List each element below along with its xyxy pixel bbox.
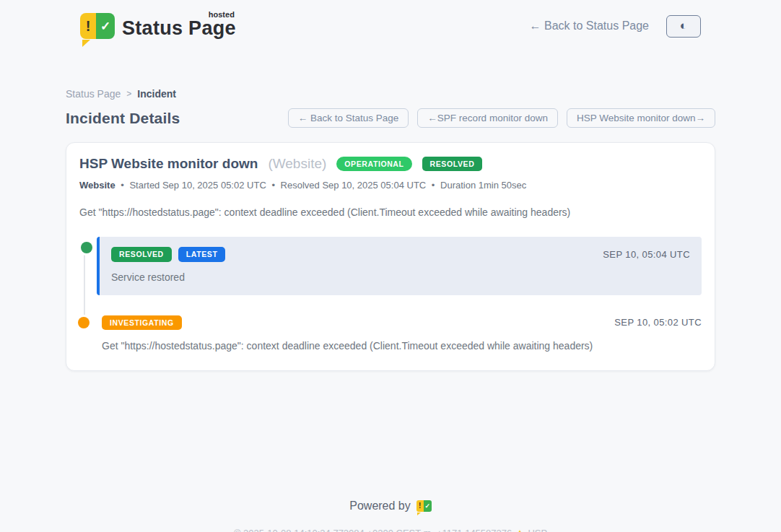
- breadcrumb-status-page[interactable]: Status Page: [66, 88, 121, 100]
- timeline-connector: [84, 248, 85, 318]
- timeline-resolved-badge: RESOLVED: [111, 247, 172, 262]
- check-icon: ✓: [96, 13, 115, 39]
- brand-logo[interactable]: ! ✓ Status Page hosted: [80, 12, 236, 40]
- back-to-status-page-button[interactable]: ← Back to Status Page: [288, 108, 409, 128]
- copyright-text: © 2025-10-08 14:10:34.772084 +0200 CEST …: [234, 528, 512, 532]
- orange-dot-icon: [78, 317, 90, 328]
- check-icon: ✓: [424, 500, 432, 512]
- header-back-link[interactable]: ← Back to Status Page: [530, 19, 649, 32]
- theme-toggle-button[interactable]: ◐: [666, 15, 701, 38]
- incident-nav: ← Back to Status Page ←SPF record monito…: [288, 108, 715, 128]
- incident-card: HSP Website monitor down (Website) OPERA…: [66, 142, 715, 371]
- green-dot-icon: [81, 242, 92, 253]
- incident-meta: Website • Started Sep 10, 2025 05:02 UTC…: [79, 180, 702, 191]
- chevron-right-icon: >: [126, 89, 131, 99]
- resolved-timestamp: Resolved Sep 10, 2025 05:04 UTC: [281, 180, 427, 191]
- prev-incident-button[interactable]: ←SPF record monitor down: [417, 108, 558, 128]
- incident-scope: (Website): [268, 156, 326, 172]
- timeline-message: Get "https://hostedstatus.page": context…: [102, 340, 702, 352]
- copyright-brand: HSP: [528, 528, 547, 532]
- monitor-name: Website: [79, 180, 115, 191]
- timeline-message: Service restored: [111, 271, 690, 283]
- powered-by-label: Powered by: [349, 500, 411, 513]
- status-page-logo-icon: ! ✓: [80, 13, 115, 40]
- timeline-investigating-badge: INVESTIGATING: [102, 315, 182, 331]
- started-timestamp: Started Sep 10, 2025 05:02 UTC: [129, 180, 266, 191]
- operational-badge: OPERATIONAL: [336, 157, 411, 172]
- incident-description: Get "https://hostedstatus.page": context…: [79, 206, 702, 218]
- breadcrumb: Status Page > Incident: [66, 88, 715, 100]
- sparkles-icon: ✦: [515, 528, 525, 532]
- exclamation-icon: !: [80, 13, 96, 39]
- hsp-logo-icon[interactable]: ! ✓: [416, 500, 432, 513]
- brand-name: Status Page: [122, 17, 236, 39]
- breadcrumb-incident: Incident: [137, 88, 176, 100]
- incident-timeline: RESOLVED LATEST SEP 10, 05:04 UTC Servic…: [79, 237, 702, 352]
- timeline-entry-resolved: RESOLVED LATEST SEP 10, 05:04 UTC Servic…: [97, 237, 702, 295]
- next-incident-button[interactable]: HSP Website monitor down→: [567, 108, 715, 128]
- incident-title: HSP Website monitor down: [79, 156, 258, 172]
- main-content: Status Page > Incident Incident Details …: [66, 88, 715, 371]
- timeline-timestamp: SEP 10, 05:04 UTC: [603, 249, 690, 260]
- copyright-line: © 2025-10-08 14:10:34.772084 +0200 CEST …: [0, 528, 781, 532]
- brand-superscript: hosted: [209, 10, 235, 19]
- exclamation-icon: !: [416, 500, 424, 512]
- site-header: ! ✓ Status Page hosted ← Back to Status …: [0, 0, 781, 42]
- timeline-entry-investigating: INVESTIGATING SEP 10, 05:02 UTC Get "htt…: [97, 315, 702, 352]
- timeline-timestamp: SEP 10, 05:02 UTC: [614, 317, 702, 328]
- half-circle-icon: ◐: [680, 19, 687, 33]
- resolved-badge: RESOLVED: [422, 157, 483, 172]
- site-footer: Powered by ! ✓ © 2025-10-08 14:10:34.772…: [0, 500, 781, 532]
- timeline-latest-badge: LATEST: [178, 247, 226, 262]
- duration: Duration 1min 50sec: [440, 180, 526, 191]
- page-title: Incident Details: [66, 110, 180, 127]
